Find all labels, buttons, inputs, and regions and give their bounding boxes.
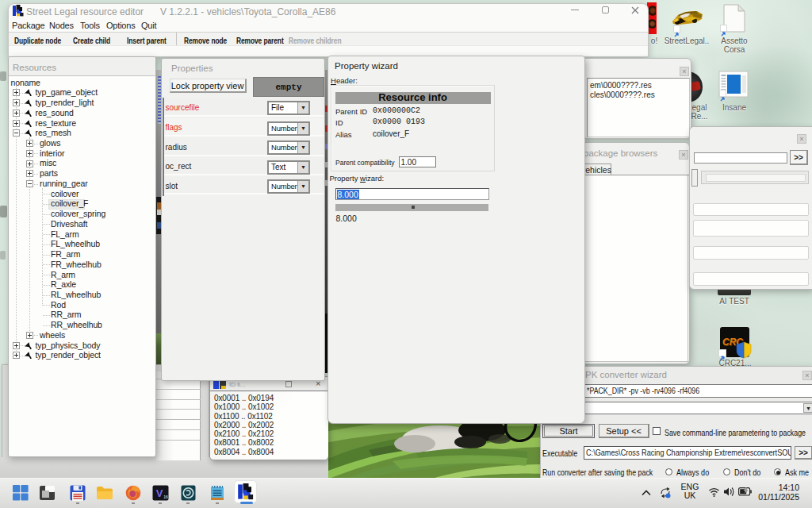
svg-text:V: V [156, 487, 163, 499]
svg-text:16: 16 [163, 495, 168, 499]
